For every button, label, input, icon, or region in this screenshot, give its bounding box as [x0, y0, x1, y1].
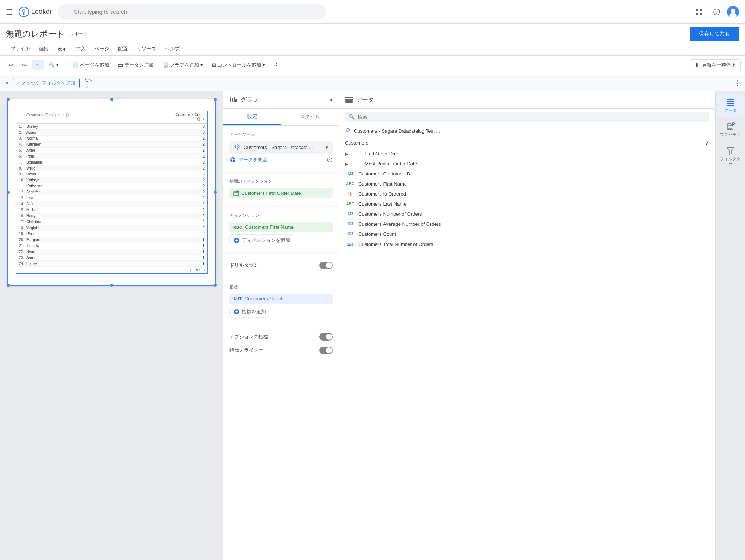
row-num: 8.: [19, 166, 26, 170]
drilldown-toggle[interactable]: [319, 262, 333, 269]
resize-handle-tr[interactable]: [214, 98, 217, 101]
metrics-chip[interactable]: AUT Customers Count: [229, 294, 333, 304]
row-num: 23.: [19, 256, 26, 260]
menu-insert[interactable]: 挿入: [72, 43, 90, 54]
row-name: Lisa: [26, 196, 175, 200]
chart-panel-dropdown[interactable]: ▾: [330, 97, 333, 103]
resize-handle-right[interactable]: [214, 191, 217, 194]
row-count: 2: [175, 142, 205, 146]
row-num: 19.: [19, 232, 26, 236]
add-chart-button[interactable]: 📊 グラフを追加 ▾: [159, 60, 207, 71]
datasource-row[interactable]: Customers - Sagara Datacatal... ▾: [229, 141, 333, 154]
tab-settings[interactable]: 設定: [224, 109, 281, 125]
menu-page[interactable]: ページ: [90, 43, 114, 54]
add-data-button[interactable]: 🗃 データを追加: [114, 60, 157, 71]
save-share-button[interactable]: 保存して共有: [690, 27, 739, 41]
blend-data-button[interactable]: データを統合 ?: [229, 154, 333, 166]
data-panel-item[interactable]: 123 Customers Total Number of Orders: [339, 239, 715, 249]
customers-section-header[interactable]: Customers ∧: [339, 137, 715, 149]
row-num: 17.: [19, 220, 26, 224]
dimension-chip[interactable]: RBC Customers First Name: [229, 222, 333, 232]
data-panel-item[interactable]: 123 Customers Average Number of Orders: [339, 219, 715, 229]
redo-button[interactable]: ↪: [18, 59, 31, 71]
row-name: Paul: [26, 154, 175, 158]
avatar[interactable]: [727, 6, 739, 18]
data-panel-item[interactable]: ABC Customers First Name: [339, 179, 715, 189]
side-tab-properties[interactable]: プロパティ: [717, 118, 744, 141]
drilldown-section: ドリルダウン: [224, 253, 339, 278]
resize-handle-tl[interactable]: [7, 98, 10, 101]
tab-style[interactable]: スタイル: [281, 109, 339, 125]
optional-metrics-toggle[interactable]: [319, 333, 333, 341]
more-options-button[interactable]: ⋮: [270, 60, 283, 70]
row-name: Louise: [26, 262, 175, 266]
grid-icon-btn[interactable]: [691, 4, 706, 19]
resize-handle-br[interactable]: [214, 284, 217, 287]
side-tab-data[interactable]: データ: [717, 94, 744, 117]
data-panel-item[interactable]: 123 Customers Count: [339, 229, 715, 239]
datasource-header-item[interactable]: Customers - Sagara Datacatalog Test ...: [339, 125, 715, 137]
filter-more-icon[interactable]: ⋮: [734, 79, 741, 87]
resize-handle-bl[interactable]: [7, 284, 10, 287]
data-panel-item[interactable]: ▶ ←→ First Order Date: [339, 149, 715, 159]
table-col2-header: Customers Count ⓘ +: [175, 113, 205, 122]
menu-help[interactable]: ヘルプ: [161, 43, 184, 54]
toolbar: ↩ ↪ ↖ 🔍 ▾ 📄 ページを追加 🗃 データを追加 📊 グラフを追加 ▾ ⊞…: [0, 56, 745, 75]
item-name: Customers Last Name: [358, 201, 709, 207]
data-panel-item[interactable]: ▶ ←→ Most Recent Order Date: [339, 159, 715, 169]
help-icon-btn[interactable]: ?: [709, 4, 724, 19]
data-panel-item[interactable]: 123 Customers Number of Orders: [339, 209, 715, 219]
menu-resources[interactable]: リソース: [132, 43, 161, 54]
table-row: 16. Harry 2: [16, 213, 207, 219]
data-search-input[interactable]: [358, 114, 706, 120]
time-dimension-chip[interactable]: Customers First Order Date: [229, 188, 333, 198]
row-num: 24.: [19, 262, 26, 266]
canvas-page[interactable]: Customers First Name ⓘ Customers Count ⓘ…: [7, 99, 216, 286]
row-count: 1: [175, 244, 205, 248]
menu-view[interactable]: 表示: [53, 43, 72, 54]
expand-icon: ▶: [345, 161, 348, 167]
data-panel-item[interactable]: ×|÷ Customers Is Ordered: [339, 189, 715, 199]
row-num: 11.: [19, 184, 26, 188]
svg-rect-39: [727, 101, 734, 102]
datasource-label: データソース: [229, 132, 333, 137]
menu-file[interactable]: ファイル: [6, 43, 34, 54]
filter-bar: ⛛ + クイック フィルタを追加 セッツ ⋮: [0, 75, 745, 91]
table-row: 1. Shirley 3: [16, 124, 207, 130]
side-tab-data-label: データ: [724, 108, 736, 113]
menu-arrange[interactable]: 配置: [114, 43, 132, 54]
metrics-slider-toggle[interactable]: [319, 347, 333, 354]
add-dimension-button[interactable]: ディメンションを追加: [229, 234, 294, 246]
add-page-button[interactable]: 📄 ページを追加: [69, 60, 113, 71]
item-type-badge: ×|÷: [345, 192, 355, 196]
add-control-button[interactable]: ⊞ コントロールを追加 ▾: [208, 60, 269, 71]
add-metric-label: 指標を追加: [242, 309, 266, 315]
datasource-dropdown-icon[interactable]: ▾: [326, 145, 328, 150]
update-pause-button[interactable]: ⏸ 更新を一時停止: [690, 59, 741, 71]
select-tool-button[interactable]: ↖: [32, 60, 44, 70]
optional-metrics-section: オプションの指標 指標スライダー: [224, 324, 339, 363]
hamburger-icon[interactable]: ☰: [6, 7, 13, 16]
add-filter-button[interactable]: + クイック フィルタを追加: [13, 78, 80, 88]
resize-handle-left[interactable]: [7, 191, 10, 194]
resize-handle-bottom[interactable]: [110, 284, 113, 287]
row-name: Willie: [26, 166, 175, 170]
item-type-badge: 123: [345, 222, 355, 227]
data-panel-title: データ: [356, 96, 374, 104]
add-metric-button[interactable]: 指標を追加: [229, 306, 270, 318]
menu-edit[interactable]: 編集: [34, 43, 53, 54]
search-input[interactable]: [58, 4, 326, 19]
side-tab-data-icon: [726, 98, 735, 106]
svg-rect-33: [345, 99, 353, 101]
sub-header: 無題のレポート レポート 保存して共有 ファイル 編集 表示 挿入 ページ 配置…: [0, 24, 745, 56]
undo-button[interactable]: ↩: [4, 59, 17, 71]
data-panel-item[interactable]: 123 Customers Customer ID: [339, 169, 715, 179]
row-name: Benjamin: [26, 160, 175, 164]
data-panel-item[interactable]: ABC Customers Last Name: [339, 199, 715, 209]
side-tab-filter[interactable]: フィルタタブ: [717, 143, 744, 171]
row-name: Norma: [26, 136, 175, 140]
resize-handle-top[interactable]: [110, 98, 113, 101]
metrics-section: 指標 AUT Customers Count 指標を追加: [224, 278, 339, 324]
expand-icon: ▶: [345, 151, 348, 156]
zoom-button[interactable]: 🔍 ▾: [45, 60, 63, 70]
